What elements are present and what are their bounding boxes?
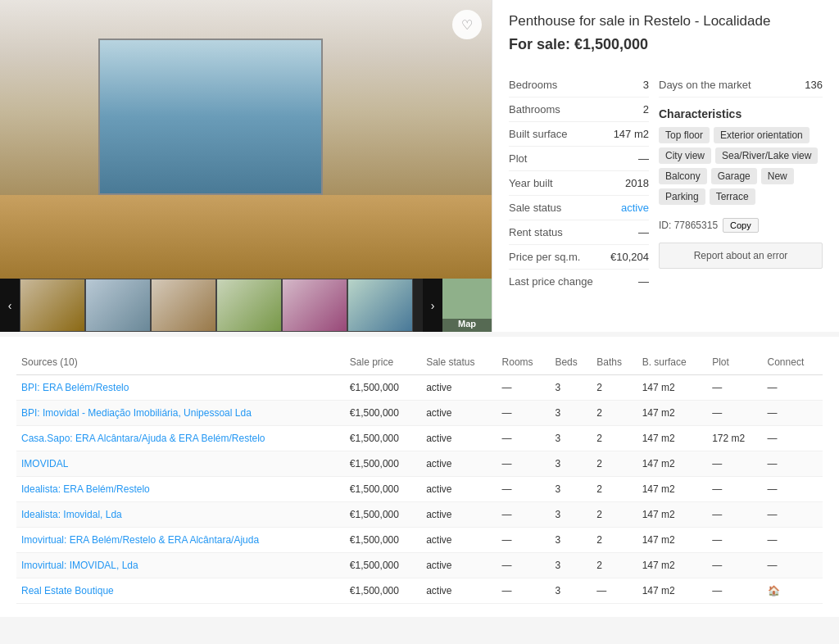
table-cell: 2 xyxy=(592,477,637,502)
table-cell: 🏠 xyxy=(763,578,823,604)
table-cell: — xyxy=(497,553,551,578)
table-cell: active xyxy=(421,578,497,604)
table-cell: — xyxy=(763,528,823,553)
property-title: Penthouse for sale in Restelo - Localida… xyxy=(509,13,770,66)
table-cell: 2 xyxy=(592,451,637,477)
table-cell: 172 m2 xyxy=(707,426,762,451)
table-cell: 2 xyxy=(592,553,637,578)
table-cell[interactable]: BPI: Imovidal - Mediação Imobiliária, Un… xyxy=(16,401,345,426)
map-thumbnail[interactable]: Map xyxy=(442,279,492,332)
table-row: IMOVIDAL€1,500,000active—32147 m2—— xyxy=(16,451,823,477)
table-cell: — xyxy=(763,451,823,477)
table-cell: — xyxy=(707,528,762,553)
table-cell: 3 xyxy=(550,553,592,578)
characteristic-tag: Parking xyxy=(659,188,705,205)
table-row: Real Estate Boutique€1,500,000active—3—1… xyxy=(16,578,823,604)
thumbnails-row: ‹ › Map xyxy=(0,279,492,332)
sources-section: Sources (10) Sale price Sale status Room… xyxy=(0,332,839,617)
table-cell: active xyxy=(421,401,497,426)
prev-image-button[interactable]: ‹ xyxy=(0,279,20,332)
next-image-button[interactable]: › xyxy=(423,279,442,332)
characteristics-section: Characteristics Top floorExterior orient… xyxy=(659,107,823,205)
table-cell: 147 m2 xyxy=(637,502,708,528)
table-cell: €1,500,000 xyxy=(345,578,421,604)
sources-table: Sources (10) Sale price Sale status Room… xyxy=(16,350,823,604)
table-cell: 2 xyxy=(592,502,637,528)
characteristic-tag: Exterior orientation xyxy=(714,127,810,143)
source-link[interactable]: Casa.Sapo: ERA Alcântara/Ajuda & ERA Bel… xyxy=(21,433,265,444)
table-cell[interactable]: BPI: ERA Belém/Restelo xyxy=(16,375,345,401)
characteristic-tag: New xyxy=(761,168,794,184)
table-cell: — xyxy=(707,451,762,477)
table-cell[interactable]: Real Estate Boutique xyxy=(16,578,345,604)
table-cell: — xyxy=(707,502,762,528)
table-cell: — xyxy=(497,426,551,451)
thumbnail-2[interactable] xyxy=(85,279,151,332)
sale-status-row: Sale status active xyxy=(509,196,649,220)
source-link[interactable]: BPI: ERA Belém/Restelo xyxy=(21,382,129,393)
copy-id-button[interactable]: Copy xyxy=(723,218,759,233)
table-cell: €1,500,000 xyxy=(345,401,421,426)
table-cell: active xyxy=(421,451,497,477)
col-rooms: Rooms xyxy=(497,350,551,375)
table-cell[interactable]: Idealista: ERA Belém/Restelo xyxy=(16,477,345,502)
table-cell: 147 m2 xyxy=(637,477,708,502)
table-cell: — xyxy=(497,375,551,401)
thumbnail-3[interactable] xyxy=(151,279,216,332)
table-row: BPI: ERA Belém/Restelo€1,500,000active—3… xyxy=(16,375,823,401)
table-cell[interactable]: Casa.Sapo: ERA Alcântara/Ajuda & ERA Bel… xyxy=(16,426,345,451)
tags-grid: Top floorExterior orientationCity viewSe… xyxy=(659,127,823,205)
table-cell: — xyxy=(497,477,551,502)
bedrooms-row: Bedrooms 3 xyxy=(509,73,649,98)
sources-tbody: BPI: ERA Belém/Restelo€1,500,000active—3… xyxy=(16,375,823,604)
table-cell: €1,500,000 xyxy=(345,502,421,528)
source-link[interactable]: Idealista: Imovidal, Lda xyxy=(21,509,122,520)
table-cell[interactable]: Idealista: Imovidal, Lda xyxy=(16,502,345,528)
table-cell: 147 m2 xyxy=(637,528,708,553)
table-cell: 3 xyxy=(550,528,592,553)
table-cell[interactable]: Imovirtual: ERA Belém/Restelo & ERA Alcâ… xyxy=(16,528,345,553)
table-cell: active xyxy=(421,528,497,553)
table-row: Imovirtual: IMOVIDAL, Lda€1,500,000activ… xyxy=(16,553,823,578)
thumbnail-6[interactable] xyxy=(347,279,413,332)
source-link[interactable]: Imovirtual: ERA Belém/Restelo & ERA Alcâ… xyxy=(21,534,259,546)
table-row: Idealista: Imovidal, Lda€1,500,000active… xyxy=(16,502,823,528)
report-error-button[interactable]: Report about an error xyxy=(659,243,823,269)
characteristic-tag: Top floor xyxy=(659,127,710,143)
image-panel: ♡ ‹ › Map xyxy=(0,0,492,332)
details-panel: Penthouse for sale in Restelo - Localida… xyxy=(492,0,839,332)
table-cell[interactable]: Imovirtual: IMOVIDAL, Lda xyxy=(16,553,345,578)
col-baths: Baths xyxy=(592,350,637,375)
table-cell: €1,500,000 xyxy=(345,426,421,451)
thumbnail-4[interactable] xyxy=(216,279,282,332)
table-cell: — xyxy=(763,375,823,401)
source-link[interactable]: Real Estate Boutique xyxy=(21,585,114,596)
thumbnail-1[interactable] xyxy=(20,279,85,332)
table-cell: 2 xyxy=(592,375,637,401)
favorite-button[interactable]: ♡ xyxy=(452,10,482,39)
source-link[interactable]: BPI: Imovidal - Mediação Imobiliária, Un… xyxy=(21,407,252,419)
table-cell[interactable]: IMOVIDAL xyxy=(16,451,345,477)
source-link[interactable]: Imovirtual: IMOVIDAL, Lda xyxy=(21,560,138,571)
table-row: BPI: Imovidal - Mediação Imobiliária, Un… xyxy=(16,401,823,426)
table-cell: active xyxy=(421,426,497,451)
map-label: Map xyxy=(442,319,492,332)
characteristic-tag: Terrace xyxy=(710,188,755,205)
table-cell: active xyxy=(421,375,497,401)
table-cell: — xyxy=(763,477,823,502)
table-cell: — xyxy=(497,528,551,553)
thumbnail-5[interactable] xyxy=(282,279,347,332)
table-cell: — xyxy=(707,477,762,502)
table-cell: — xyxy=(763,553,823,578)
characteristic-tag: Balcony xyxy=(659,168,707,184)
table-cell: active xyxy=(421,502,497,528)
source-link[interactable]: IMOVIDAL xyxy=(21,458,68,469)
table-cell: — xyxy=(763,401,823,426)
table-cell: 3 xyxy=(550,451,592,477)
source-link[interactable]: Idealista: ERA Belém/Restelo xyxy=(21,483,150,495)
days-on-market-row: Days on the market 136 xyxy=(659,73,823,98)
table-cell: active xyxy=(421,477,497,502)
plot-row: Plot — xyxy=(509,147,649,171)
table-row: Casa.Sapo: ERA Alcântara/Ajuda & ERA Bel… xyxy=(16,426,823,451)
characteristic-tag: City view xyxy=(659,147,711,164)
